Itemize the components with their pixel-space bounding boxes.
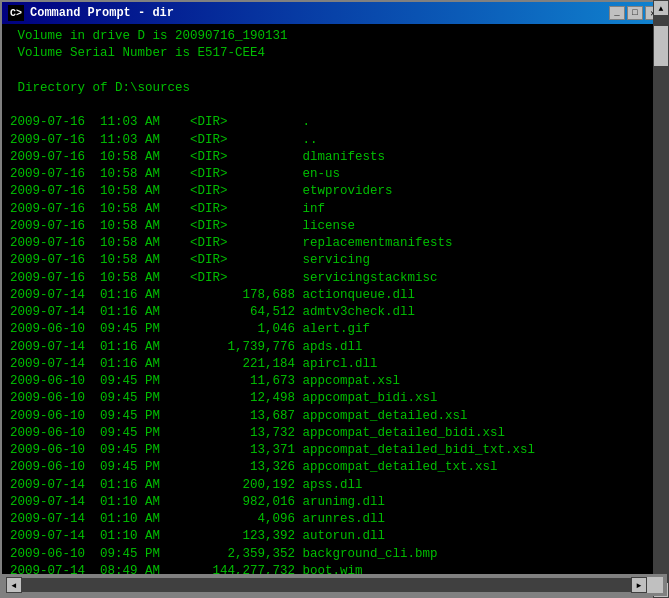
- cmd-icon: C>: [8, 5, 24, 21]
- window-title: Command Prompt - dir: [30, 6, 174, 20]
- h-scroll-track[interactable]: [22, 578, 631, 592]
- minimize-button[interactable]: _: [609, 6, 625, 20]
- scroll-track[interactable]: [653, 24, 667, 574]
- title-bar: C> Command Prompt - dir _ □ ✕: [2, 2, 667, 24]
- title-bar-left: C> Command Prompt - dir: [8, 5, 174, 21]
- scroll-thumb[interactable]: [654, 26, 667, 66]
- resize-corner[interactable]: [647, 577, 663, 593]
- vertical-scrollbar[interactable]: ▲ ▼: [653, 24, 667, 574]
- scroll-right-arrow[interactable]: ►: [631, 577, 647, 593]
- cmd-window: C> Command Prompt - dir _ □ ✕ Volume in …: [0, 0, 669, 598]
- terminal-content: Volume in drive D is 20090716_190131 Vol…: [2, 24, 667, 574]
- maximize-button[interactable]: □: [627, 6, 643, 20]
- bottom-bar: ◄ ►: [2, 574, 667, 596]
- terminal-output: Volume in drive D is 20090716_190131 Vol…: [10, 28, 659, 574]
- scroll-left-arrow[interactable]: ◄: [6, 577, 22, 593]
